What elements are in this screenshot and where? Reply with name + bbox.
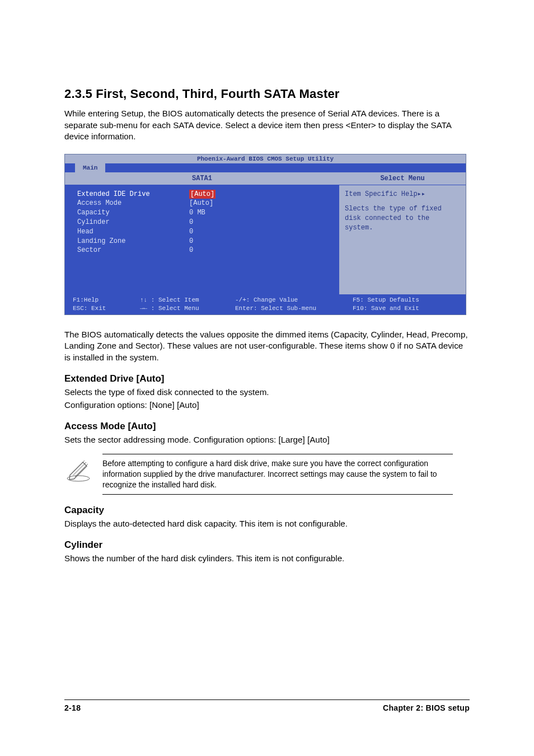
- bios-active-tab: Main: [75, 163, 105, 172]
- bios-label: Landing Zone: [77, 237, 189, 246]
- intro-paragraph: While entering Setup, the BIOS automatic…: [64, 108, 470, 143]
- bios-row-access-mode: Access Mode [Auto]: [77, 199, 331, 208]
- bios-footer-submenu: Enter: Select Sub-menu: [235, 304, 353, 313]
- bios-right-panel: Select Menu Item Specific Help▸▸ Slects …: [339, 172, 466, 295]
- bios-help-text: Slects the type of fixed disk connected …: [345, 204, 460, 232]
- bios-footer: F1:Help ESC: Exit ↑↓ : Select Item →← : …: [65, 294, 466, 314]
- bios-value: [Auto]: [189, 190, 216, 199]
- capacity-heading: Capacity: [64, 505, 470, 516]
- access-mode-heading: Access Mode [Auto]: [64, 421, 470, 432]
- after-bios-paragraph: The BIOS automatically detects the value…: [64, 329, 470, 364]
- bios-footer-f5: F5: Setup Defaults: [353, 296, 458, 304]
- bios-footer-f10: F10: Save and Exit: [353, 304, 458, 313]
- bios-label: Head: [77, 227, 189, 237]
- note-block: Before attempting to configure a hard di…: [64, 454, 470, 495]
- page-footer: 2-18 Chapter 2: BIOS setup: [64, 699, 470, 712]
- bios-value: 0: [189, 227, 331, 237]
- bios-value: 0: [189, 246, 331, 255]
- note-divider: [102, 454, 453, 454]
- page-number: 2-18: [64, 703, 81, 712]
- bios-left-header: SATA1: [65, 172, 339, 185]
- extended-drive-heading: Extended Drive [Auto]: [64, 373, 470, 384]
- bios-label: Capacity: [77, 208, 189, 218]
- bios-row-head: Head 0: [77, 227, 331, 237]
- bios-label: Extended IDE Drive: [77, 190, 189, 199]
- bios-footer-f1: F1:Help: [73, 296, 140, 304]
- bios-footer-select-menu: →← : Select Menu: [140, 304, 235, 313]
- extended-drive-text-1: Selects the type of fixed disk connected…: [64, 387, 470, 398]
- bios-row-landing-zone: Landing Zone 0: [77, 237, 331, 246]
- extended-drive-text-2: Configuration options: [None] [Auto]: [64, 400, 470, 411]
- bios-title-bar: Phoenix-Award BIOS CMOS Setup Utility: [65, 154, 466, 163]
- bios-value: 0: [189, 237, 331, 246]
- bios-row-capacity: Capacity 0 MB: [77, 208, 331, 218]
- svg-point-0: [67, 476, 90, 481]
- bios-label: Sector: [77, 246, 189, 255]
- bios-help-title: Item Specific Help▸▸: [345, 190, 460, 199]
- bios-footer-esc: ESC: Exit: [73, 304, 140, 313]
- section-heading: 2.3.5 First, Second, Third, Fourth SATA …: [64, 87, 470, 101]
- bios-footer-select-item: ↑↓ : Select Item: [140, 296, 235, 304]
- bios-label: Access Mode: [77, 199, 189, 208]
- bios-right-header: Select Menu: [339, 172, 466, 185]
- bios-footer-change-value: -/+: Change Value: [235, 296, 353, 304]
- bios-value: 0 MB: [189, 208, 331, 218]
- bios-left-content: Extended IDE Drive [Auto] Access Mode [A…: [65, 185, 339, 295]
- bios-row-sector: Sector 0: [77, 246, 331, 255]
- bios-tab-row: Main: [65, 163, 466, 172]
- pencil-note-icon: [64, 458, 92, 482]
- note-divider: [102, 494, 453, 495]
- cylinder-heading: Cylinder: [64, 539, 470, 551]
- bios-row-extended-ide: Extended IDE Drive [Auto]: [77, 190, 331, 199]
- capacity-text: Displays the auto-detected hard disk cap…: [64, 518, 470, 530]
- bios-left-panel: SATA1 Extended IDE Drive [Auto] Access M…: [65, 172, 339, 295]
- note-text: Before attempting to configure a hard di…: [102, 454, 470, 495]
- cylinder-text: Shows the number of the hard disk cylind…: [64, 553, 470, 565]
- bios-help-content: Item Specific Help▸▸ Slects the type of …: [339, 185, 466, 237]
- access-mode-text: Sets the sector addressing mode. Configu…: [64, 434, 470, 446]
- bios-row-cylinder: Cylinder 0: [77, 218, 331, 227]
- bios-value: [Auto]: [189, 199, 331, 208]
- bios-screenshot: Phoenix-Award BIOS CMOS Setup Utility Ma…: [64, 154, 466, 315]
- bios-value: 0: [189, 218, 331, 227]
- chapter-label: Chapter 2: BIOS setup: [383, 703, 470, 712]
- bios-label: Cylinder: [77, 218, 189, 227]
